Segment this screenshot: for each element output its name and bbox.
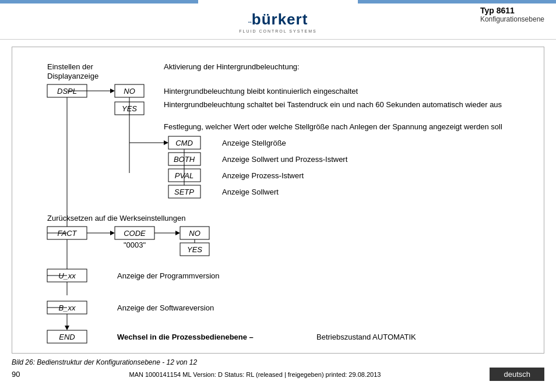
type-label: Typ 8611: [480, 6, 544, 15]
fact-to-code-arrow: [110, 231, 115, 235]
diagram-box: Einstellen der Displayanzeige Aktivierun…: [12, 47, 544, 354]
both-desc: Anzeige Sollwert und Prozess-Istwert: [222, 155, 348, 164]
top-bars: [0, 0, 556, 3]
yes-desc1: Hintergrundbeleuchtung schaltet bei Tast…: [164, 100, 502, 109]
footer-center: deutsch: [490, 368, 544, 381]
main-content: Einstellen der Displayanzeige Aktivierun…: [0, 40, 556, 386]
logo: ·· bürkert FLUID CONTROL SYSTEMS: [239, 10, 317, 33]
u-xx-desc: Anzeige der Programmversion: [117, 271, 220, 280]
footer-left: MAN 1000141154 ML Version: D Status: RL …: [129, 371, 381, 378]
bar-right: [358, 0, 556, 3]
code-value: "0003": [124, 241, 146, 249]
yes2-label: YES: [187, 245, 202, 254]
top-label-line1: Einstellen der: [47, 62, 93, 71]
cmd-desc: Anzeige Stellgröße: [222, 139, 286, 147]
setp-desc: Anzeige Sollwert: [222, 188, 279, 196]
caption: Bild 26: Bedienstruktur der Konfiguratio…: [12, 358, 544, 366]
flow-diagram: Einstellen der Displayanzeige Aktivierun…: [24, 56, 548, 342]
page-number: 90: [12, 370, 20, 379]
code-to-no2-arrow: [175, 231, 180, 235]
setp-label: SETP: [174, 188, 194, 196]
cmd-label: CMD: [175, 139, 193, 147]
no1-label: NO: [124, 87, 135, 96]
header-right: Typ 8611 Konfigurationsebene: [480, 6, 544, 23]
no-desc: Hintergrundbeleuchtung bleibt kontinuier…: [164, 87, 358, 96]
config-label: Konfigurationsebene: [480, 15, 544, 23]
pval-desc: Anzeige Prozess-Istwert: [222, 171, 304, 180]
to-cmd-arrow: [164, 140, 168, 145]
no2-label: NO: [189, 229, 200, 238]
code-label: CODE: [124, 229, 146, 238]
end-label: END: [59, 333, 75, 341]
dspl-to-no-arrow: [110, 89, 115, 93]
header: ·· bürkert FLUID CONTROL SYSTEMS Typ 861…: [0, 0, 556, 40]
festlegung-text: Festlegung, welcher Wert oder welche Ste…: [164, 122, 502, 131]
zuruck-label: Zurücksetzen auf die Werkseinstellungen: [47, 214, 186, 223]
logo-text: bürkert: [252, 10, 308, 29]
activation-title: Aktivierung der Hintergrundbeleuchtung:: [164, 62, 300, 71]
end-desc-bold: Wechsel in die Prozessbedienebene –: [117, 333, 254, 341]
end-desc: Betriebszustand AUTOMATIK: [316, 333, 416, 341]
logo-sub: FLUID CONTROL SYSTEMS: [239, 29, 317, 33]
b-xx-to-end-arrow: [65, 326, 69, 330]
top-label-line2: Displayanzeige: [47, 72, 98, 80]
footer: 90 MAN 1000141154 ML Version: D Status: …: [12, 368, 544, 381]
b-xx-desc: Anzeige der Softwareversion: [117, 303, 214, 312]
bar-left: [0, 0, 198, 3]
